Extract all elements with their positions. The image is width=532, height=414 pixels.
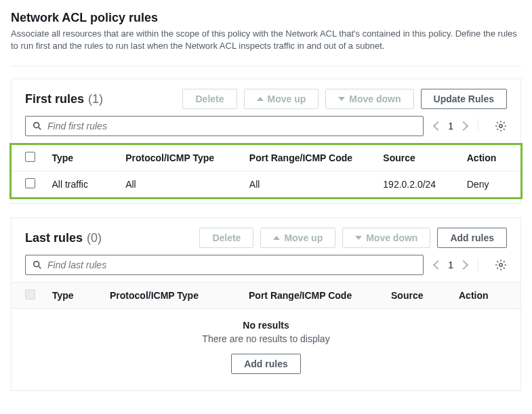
last-rules-count: (0): [87, 231, 102, 245]
col-type: Type: [52, 152, 126, 163]
cell-type: All traffic: [52, 179, 126, 190]
col-protocol: Protocol/ICMP Type: [125, 152, 249, 163]
svg-point-2: [499, 125, 503, 128]
col-action: Action: [459, 290, 499, 301]
gear-icon[interactable]: [495, 120, 507, 132]
empty-subtitle: There are no results to display: [12, 333, 520, 344]
triangle-down-icon: [338, 97, 345, 101]
table-header: Type Protocol/ICMP Type Port Range/ICMP …: [12, 145, 520, 171]
move-up-button[interactable]: Move up: [260, 228, 335, 248]
col-port: Port Range/ICMP Code: [249, 152, 384, 163]
page-number: 1: [448, 260, 453, 270]
page-description: Associate all resources that are within …: [11, 28, 521, 52]
delete-button[interactable]: Delete: [182, 89, 237, 109]
search-icon: [33, 121, 42, 131]
next-page-icon[interactable]: [459, 260, 468, 270]
add-rules-button[interactable]: Add rules: [437, 228, 507, 248]
last-pager: 1: [434, 260, 467, 270]
last-search-input[interactable]: [25, 255, 424, 275]
select-all-checkbox: [25, 289, 35, 299]
search-icon: [33, 260, 42, 270]
row-checkbox[interactable]: [25, 178, 35, 188]
col-port: Port Range/ICMP Code: [249, 290, 391, 301]
svg-line-4: [39, 267, 41, 269]
empty-add-rules-button[interactable]: Add rules: [231, 354, 301, 374]
first-rules-table: Type Protocol/ICMP Type Port Range/ICMP …: [9, 143, 523, 199]
last-rules-title: Last rules (0): [25, 231, 102, 245]
prev-page-icon[interactable]: [433, 121, 443, 131]
triangle-up-icon: [273, 236, 280, 240]
first-rules-panel: First rules (1) Delete Move up Move down…: [11, 79, 521, 204]
table-row[interactable]: All traffic All All 192.0.2.0/24 Deny: [12, 171, 520, 197]
move-down-button[interactable]: Move down: [325, 89, 413, 109]
col-source: Source: [391, 290, 459, 301]
move-up-button[interactable]: Move up: [244, 89, 319, 109]
move-down-button[interactable]: Move down: [342, 228, 430, 248]
prev-page-icon[interactable]: [433, 260, 443, 270]
col-action: Action: [467, 152, 507, 163]
last-rules-table: Type Protocol/ICMP Type Port Range/ICMP …: [12, 282, 520, 386]
cell-port: All: [249, 179, 384, 190]
svg-point-5: [499, 264, 503, 267]
next-page-icon[interactable]: [459, 121, 468, 131]
col-source: Source: [383, 152, 466, 163]
col-type: Type: [52, 290, 110, 301]
svg-line-1: [39, 128, 41, 130]
page-number: 1: [448, 121, 453, 131]
first-pager: 1: [434, 121, 467, 131]
svg-point-0: [34, 123, 39, 128]
cell-source: 192.0.2.0/24: [383, 179, 466, 190]
triangle-down-icon: [355, 236, 362, 240]
gear-icon[interactable]: [495, 259, 507, 271]
first-search-input[interactable]: [25, 116, 424, 136]
page-title: Network ACL policy rules: [11, 11, 521, 25]
cell-protocol: All: [125, 179, 249, 190]
triangle-up-icon: [257, 97, 264, 101]
first-rules-count: (1): [88, 92, 103, 106]
cell-action: Deny: [467, 179, 507, 190]
last-rules-panel: Last rules (0) Delete Move up Move down …: [11, 218, 521, 391]
table-header: Type Protocol/ICMP Type Port Range/ICMP …: [12, 282, 520, 309]
col-protocol: Protocol/ICMP Type: [110, 290, 249, 301]
delete-button[interactable]: Delete: [199, 228, 253, 248]
first-rules-title: First rules (1): [25, 92, 103, 106]
empty-title: No results: [12, 320, 520, 331]
divider: [11, 66, 521, 66]
update-rules-button[interactable]: Update Rules: [421, 89, 507, 109]
select-all-checkbox[interactable]: [25, 152, 35, 162]
svg-point-3: [34, 262, 39, 267]
empty-state: No results There are no results to displ…: [12, 309, 520, 386]
